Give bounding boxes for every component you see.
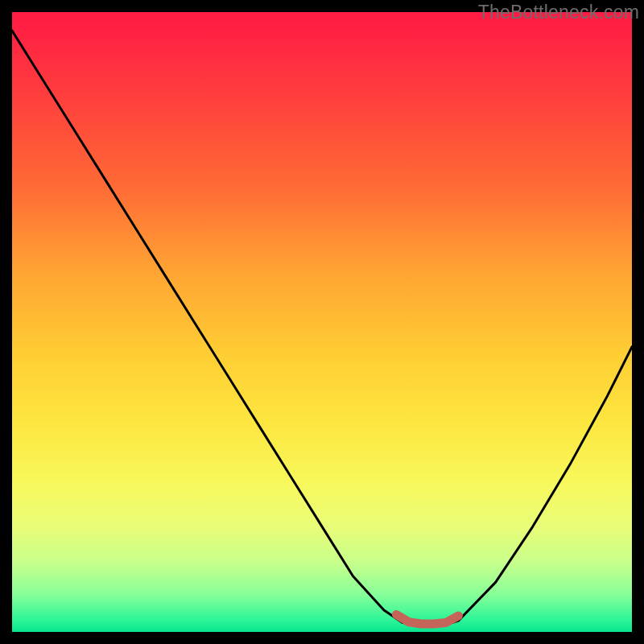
plot-frame xyxy=(12,12,632,632)
optimal-range-marker xyxy=(396,614,458,624)
watermark-text: TheBottleneck.com xyxy=(478,2,639,23)
bottleneck-chart xyxy=(12,12,632,632)
bottleneck-curve xyxy=(12,31,632,625)
